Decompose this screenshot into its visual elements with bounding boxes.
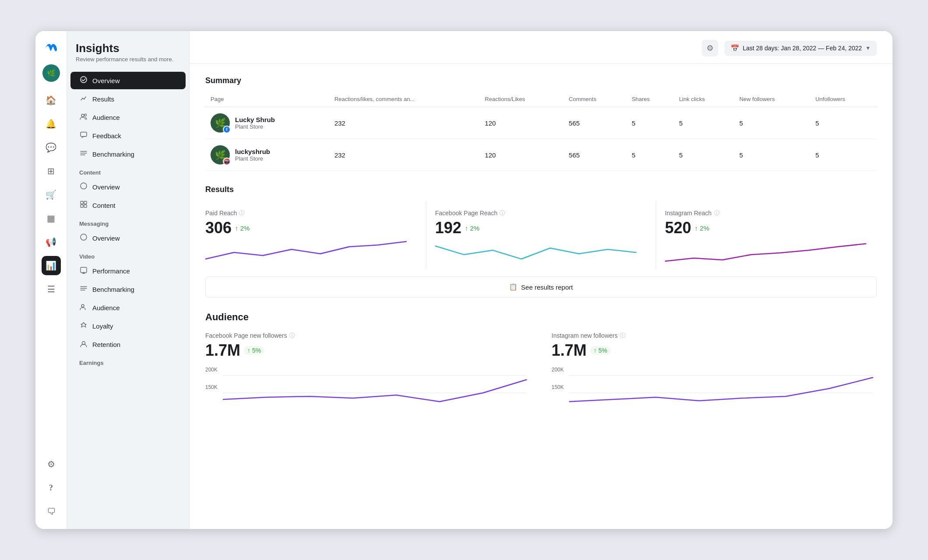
sidebar-section-video: Video bbox=[67, 247, 189, 262]
page-avatar-wrap-0: 🌿 f bbox=[211, 113, 230, 133]
content-icon bbox=[79, 200, 88, 210]
sidebar-item-audience-label: Audience bbox=[92, 114, 120, 121]
megaphone-icon[interactable]: 📢 bbox=[42, 232, 61, 252]
sidebar-item-content[interactable]: Content bbox=[70, 196, 186, 214]
fb-chart-label-200k: 200K bbox=[205, 367, 218, 373]
row1-new-followers: 5 bbox=[734, 139, 810, 171]
fb-reach-label: Facebook Page Reach ⓘ bbox=[435, 209, 636, 217]
results-cards: Paid Reach ⓘ 306 ↑ 2% bbox=[205, 201, 877, 270]
page-avatar-wrap-1: 🌿 📷 bbox=[211, 145, 230, 164]
row1-comments: 565 bbox=[563, 139, 626, 171]
table-icon[interactable]: ▦ bbox=[42, 209, 61, 228]
sidebar-item-loyalty-label: Loyalty bbox=[92, 322, 113, 330]
sidebar-item-content-overview[interactable]: Overview bbox=[70, 178, 186, 196]
sidebar-section-earnings: Earnings bbox=[67, 354, 189, 368]
layers-icon[interactable]: ⊞ bbox=[42, 161, 61, 181]
fb-reach-value: 192 ↑ 2% bbox=[435, 219, 636, 237]
sidebar-item-overview[interactable]: Overview bbox=[70, 72, 186, 89]
sidebar-item-benchmarking[interactable]: Benchmarking bbox=[70, 145, 186, 163]
col-page: Page bbox=[205, 92, 329, 107]
page-cell-1: 🌿 📷 luckyshrub Plant Store bbox=[205, 139, 329, 171]
row0-new-followers: 5 bbox=[734, 107, 810, 139]
sidebar-item-messaging-overview[interactable]: Overview bbox=[70, 229, 186, 247]
sidebar-item-retention[interactable]: Retention bbox=[70, 336, 186, 353]
overview-icon bbox=[79, 76, 88, 85]
results-section: Results Paid Reach ⓘ 306 ↑ 2% bbox=[205, 185, 877, 298]
page-subtitle: Review performance results and more. bbox=[76, 56, 180, 63]
settings-icon[interactable]: ⚙ bbox=[42, 455, 61, 474]
sidebar-item-results[interactable]: Results bbox=[70, 90, 186, 108]
paid-reach-info-icon: ⓘ bbox=[239, 209, 245, 217]
divider-2 bbox=[656, 201, 656, 270]
app-container: 🌿 🏠 🔔 💬 ⊞ 🛒 ▦ 📢 📊 ☰ ⚙ ? 🗨 Insights Revie… bbox=[35, 31, 893, 529]
settings-button[interactable]: ⚙ bbox=[702, 40, 718, 56]
home-icon[interactable]: 🏠 bbox=[42, 91, 61, 110]
fb-reach-chart bbox=[435, 237, 636, 268]
avatar[interactable]: 🌿 bbox=[42, 64, 60, 82]
main-header: ⚙ 📅 Last 28 days: Jan 28, 2022 — Feb 24,… bbox=[190, 31, 893, 64]
sidebar-item-video-audience[interactable]: Audience bbox=[70, 299, 186, 316]
svg-point-0 bbox=[81, 77, 87, 83]
col-shares: Shares bbox=[626, 92, 674, 107]
page-name-1: luckyshrub bbox=[235, 148, 270, 155]
performance-icon bbox=[79, 266, 88, 276]
svg-rect-6 bbox=[84, 201, 87, 204]
bell-icon[interactable]: 🔔 bbox=[42, 114, 61, 133]
svg-point-2 bbox=[84, 114, 87, 116]
svg-point-11 bbox=[81, 304, 84, 307]
sidebar-item-feedback-label: Feedback bbox=[92, 132, 121, 140]
sidebar-item-video-benchmarking-label: Benchmarking bbox=[92, 286, 134, 293]
summary-table: Page Reactions/likes, comments an... Rea… bbox=[205, 92, 877, 171]
see-results-icon: 📋 bbox=[509, 283, 517, 291]
see-results-label: See results report bbox=[521, 284, 573, 291]
feedback-icon bbox=[79, 131, 88, 140]
results-icon bbox=[79, 94, 88, 104]
divider-1 bbox=[426, 201, 426, 270]
row0-comments: 565 bbox=[563, 107, 626, 139]
row0-reactions-likes: 120 bbox=[480, 107, 564, 139]
facebook-badge-0: f bbox=[223, 126, 231, 133]
sidebar: Insights Review performance results and … bbox=[67, 31, 190, 529]
audience-icon bbox=[79, 112, 88, 122]
sidebar-item-performance[interactable]: Performance bbox=[70, 262, 186, 280]
see-results-button[interactable]: 📋 See results report bbox=[205, 276, 877, 298]
col-new-followers: New followers bbox=[734, 92, 810, 107]
main-content: ⚙ 📅 Last 28 days: Jan 28, 2022 — Feb 24,… bbox=[190, 31, 893, 529]
feedback-bottom-icon[interactable]: 🗨 bbox=[42, 502, 61, 521]
sidebar-item-overview-label: Overview bbox=[92, 77, 120, 84]
sidebar-item-content-label: Content bbox=[92, 202, 116, 209]
table-row: 🌿 📷 luckyshrub Plant Store 232 120 bbox=[205, 139, 877, 171]
messaging-overview-icon bbox=[79, 233, 88, 243]
date-picker-button[interactable]: 📅 Last 28 days: Jan 28, 2022 — Feb 24, 2… bbox=[724, 41, 877, 56]
chevron-down-icon: ▼ bbox=[865, 45, 871, 51]
sidebar-item-video-benchmarking[interactable]: Benchmarking bbox=[70, 280, 186, 298]
col-reactions-all: Reactions/likes, comments an... bbox=[329, 92, 480, 107]
icon-bar: 🌿 🏠 🔔 💬 ⊞ 🛒 ▦ 📢 📊 ☰ ⚙ ? 🗨 bbox=[35, 31, 67, 529]
sidebar-item-loyalty[interactable]: Loyalty bbox=[70, 317, 186, 335]
content-area: Summary Page Reactions/likes, comments a… bbox=[190, 64, 893, 418]
chart-icon[interactable]: 📊 bbox=[42, 256, 61, 275]
help-icon[interactable]: ? bbox=[42, 478, 61, 497]
col-unfollowers: Unfollowers bbox=[810, 92, 877, 107]
page-type-0: Plant Store bbox=[235, 123, 275, 130]
sidebar-item-benchmarking-label: Benchmarking bbox=[92, 150, 134, 158]
sidebar-item-audience[interactable]: Audience bbox=[70, 108, 186, 126]
sidebar-item-content-overview-label: Overview bbox=[92, 183, 120, 191]
header-controls: ⚙ 📅 Last 28 days: Jan 28, 2022 — Feb 24,… bbox=[702, 40, 877, 56]
message-icon[interactable]: 💬 bbox=[42, 138, 61, 157]
sidebar-header: Insights Review performance results and … bbox=[67, 42, 189, 71]
fb-followers-label: Facebook Page new followers ⓘ bbox=[205, 332, 531, 340]
sidebar-item-performance-label: Performance bbox=[92, 267, 130, 275]
paid-reach-value: 306 ↑ 2% bbox=[205, 219, 407, 237]
cart-icon[interactable]: 🛒 bbox=[42, 185, 61, 204]
date-range-label: Last 28 days: Jan 28, 2022 — Feb 24, 202… bbox=[743, 45, 862, 52]
loyalty-icon bbox=[79, 321, 88, 331]
sidebar-item-messaging-overview-label: Overview bbox=[92, 234, 120, 242]
instagram-badge-1: 📷 bbox=[223, 158, 231, 165]
ig-reach-info-icon: ⓘ bbox=[714, 209, 720, 217]
menu-icon[interactable]: ☰ bbox=[42, 280, 61, 299]
fb-reach-change: ↑ 2% bbox=[465, 224, 479, 232]
sidebar-section-messaging: Messaging bbox=[67, 214, 189, 229]
row0-shares: 5 bbox=[626, 107, 674, 139]
sidebar-item-feedback[interactable]: Feedback bbox=[70, 127, 186, 144]
